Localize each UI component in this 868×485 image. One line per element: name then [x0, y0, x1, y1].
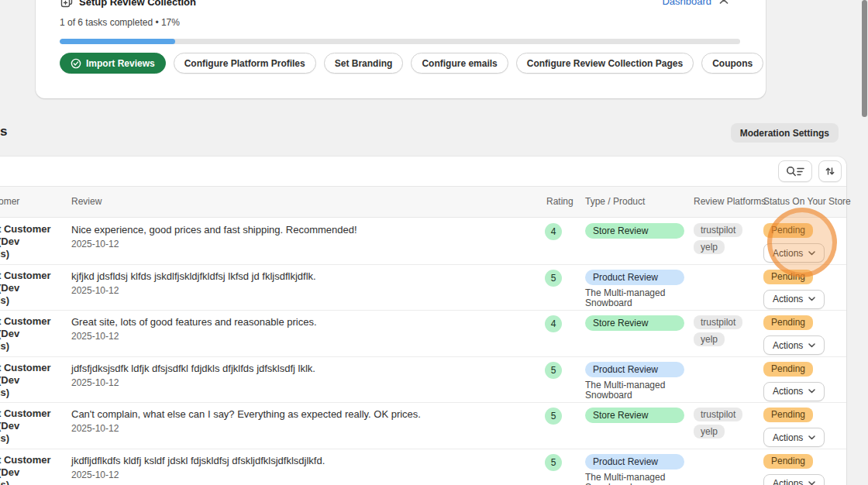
import-reviews-button[interactable]: Import Reviews	[60, 53, 166, 74]
customer-name-line1: t Customer (Dev	[0, 315, 67, 340]
review-text: Great site, lots of good features and re…	[71, 316, 536, 328]
platform-badge: trustpilot	[694, 408, 742, 421]
review-text: kjfjkd jdsfldsj klfds jskdlfjskldjfkldfs…	[71, 270, 536, 282]
product-name: The Multi-managed Snowboard	[585, 288, 678, 309]
customer-email: @quillmedia.co.uk	[0, 309, 67, 311]
rating-cell: 4	[545, 315, 562, 332]
actions-button[interactable]: Actions	[763, 382, 825, 401]
status-cell: Pending Actions	[763, 270, 841, 309]
rating-cell: 5	[545, 362, 562, 379]
actions-button-label: Actions	[773, 432, 803, 443]
product-name: The Multi-managed Snowboard	[585, 380, 678, 401]
chevron-down-icon	[808, 343, 815, 348]
platform-badge: trustpilot	[694, 315, 742, 329]
configure-platform-profiles-button[interactable]: Configure Platform Profiles	[174, 53, 316, 74]
actions-button[interactable]: Actions	[763, 290, 825, 309]
chevron-up-icon	[719, 0, 728, 5]
review-type-badge: Store Review	[585, 223, 684, 239]
actions-button-label: Actions	[773, 340, 803, 351]
sort-button[interactable]	[818, 160, 842, 182]
actions-button-label: Actions	[773, 478, 803, 485]
platform-badge: yelp	[694, 332, 725, 346]
coupons-button[interactable]: Coupons	[701, 53, 763, 74]
chevron-down-icon	[808, 481, 815, 485]
reviews-table-card: omer Review Rating Type / Product Review…	[0, 157, 846, 485]
status-badge: Pending	[763, 223, 813, 238]
customer-cell: t Customer (Dev ls) @quillmedia.co.uk	[0, 265, 67, 311]
set-branding-button[interactable]: Set Branding	[324, 53, 404, 74]
review-text: jkdfljdflkdfs kldfj ksldf jdskl fdjskldf…	[71, 455, 536, 466]
customer-name-line1: t Customer (Dev	[0, 362, 67, 387]
column-header-status: Status On Your Store	[763, 187, 851, 217]
platform-badge: trustpilot	[694, 223, 742, 237]
customer-name-line2: ls)	[0, 248, 67, 260]
product-name: The Multi-managed Snowboard	[585, 473, 678, 485]
type-product-cell: Store Review	[585, 223, 690, 239]
customer-name-line1: t Customer (Dev	[0, 270, 67, 294]
type-product-cell: Product Review The Multi-managed Snowboa…	[585, 270, 690, 309]
customer-cell: t Customer (Dev ls) @quillmedia.co.uk	[0, 311, 67, 356]
review-type-badge: Product Review	[585, 270, 684, 285]
customer-email: @quillmedia.co.uk	[0, 401, 67, 403]
actions-button-label: Actions	[773, 248, 803, 259]
type-product-cell: Product Review The Multi-managed Snowboa…	[585, 362, 690, 401]
actions-button-label: Actions	[773, 386, 803, 397]
review-date: 2025-10-12	[71, 377, 536, 388]
actions-button-label: Actions	[773, 294, 803, 304]
review-cell: Can't complain, what else can I say? Eve…	[71, 403, 536, 434]
reviews-page-title-fragment: s	[0, 124, 7, 139]
setup-card-title: Setup Review Collection	[79, 0, 196, 8]
setup-task-buttons: Import Reviews Configure Platform Profil…	[60, 53, 763, 74]
review-type-badge: Product Review	[585, 362, 684, 377]
setup-progress-text: 1 of 6 tasks completed • 17%	[60, 17, 180, 28]
review-platforms-cell: trustpilotyelp	[694, 315, 742, 346]
review-cell: Nice experience, good prices and fast sh…	[71, 218, 536, 249]
actions-button[interactable]: Actions	[763, 335, 825, 355]
table-body: t Customer (Dev ls) @quillmedia.co.uk Ni…	[0, 218, 846, 485]
chevron-down-icon	[808, 251, 815, 256]
status-badge: Pending	[763, 454, 813, 469]
rating-cell: 4	[545, 223, 562, 240]
status-badge: Pending	[763, 315, 813, 330]
customer-cell: t Customer (Dev ls) @quillmedia.co.uk	[0, 449, 67, 485]
search-filter-icon	[786, 166, 804, 177]
review-date: 2025-10-12	[71, 239, 536, 249]
sort-icon	[825, 166, 835, 177]
actions-button[interactable]: Actions	[763, 243, 825, 263]
type-product-cell: Store Review	[585, 315, 690, 331]
review-cell: kjfjkd jdsfldsj klfds jskdlfjskldjfkldfs…	[71, 265, 536, 296]
actions-button[interactable]: Actions	[763, 474, 825, 485]
actions-button[interactable]: Actions	[763, 428, 825, 447]
type-product-cell: Store Review	[585, 408, 690, 423]
review-date: 2025-10-12	[71, 423, 536, 434]
customer-cell: t Customer (Dev ls) @quillmedia.co.uk	[0, 403, 67, 449]
dashboard-link[interactable]: Dashboard	[662, 0, 728, 7]
review-date: 2025-10-12	[71, 331, 536, 342]
status-cell: Pending Actions	[763, 408, 841, 447]
customer-email: @quillmedia.co.uk	[0, 355, 67, 356]
review-type-badge: Store Review	[585, 315, 684, 331]
table-row: t Customer (Dev ls) @quillmedia.co.uk Ni…	[0, 218, 846, 265]
platform-badge: yelp	[694, 240, 725, 254]
review-type-badge: Store Review	[585, 408, 684, 423]
customer-email: @quillmedia.co.uk	[0, 263, 67, 264]
customer-name-line2: ls)	[0, 294, 67, 307]
table-header-row: omer Review Rating Type / Product Review…	[0, 186, 846, 218]
vertical-scrollbar-thumb[interactable]	[862, 0, 867, 117]
review-type-badge: Product Review	[585, 454, 684, 470]
customer-cell: t Customer (Dev ls) @quillmedia.co.uk	[0, 357, 67, 403]
rating-cell: 5	[545, 408, 562, 425]
configure-review-collection-pages-button[interactable]: Configure Review Collection Pages	[516, 53, 694, 74]
review-cell: Great site, lots of good features and re…	[71, 311, 536, 342]
rating-cell: 5	[545, 270, 562, 287]
review-platforms-cell: trustpilotyelp	[694, 223, 742, 254]
table-row: t Customer (Dev ls) @quillmedia.co.uk kj…	[0, 265, 846, 311]
configure-emails-button[interactable]: Configure emails	[411, 53, 508, 74]
rating-badge: 5	[545, 362, 562, 379]
moderation-settings-button[interactable]: Moderation Settings	[731, 123, 839, 143]
customer-email: @quillmedia.co.uk	[0, 447, 67, 449]
rating-cell: 5	[545, 454, 562, 471]
table-row: t Customer (Dev ls) @quillmedia.co.uk jd…	[0, 357, 846, 404]
search-filter-button[interactable]	[778, 160, 812, 182]
setup-progress-fill	[60, 39, 175, 44]
